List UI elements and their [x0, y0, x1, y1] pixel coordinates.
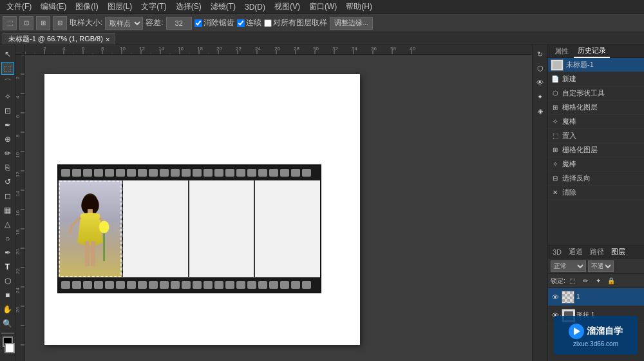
- history-item-wand1[interactable]: ✧ 魔棒: [548, 115, 644, 129]
- tool-icon-4[interactable]: ⊟: [53, 16, 67, 30]
- shape-tool[interactable]: ■: [1, 289, 14, 302]
- svg-text:12: 12: [139, 46, 145, 52]
- history-item-inverse[interactable]: ⊟ 选择反向: [548, 171, 644, 186]
- menu-view[interactable]: 视图(V): [270, 0, 304, 14]
- contiguous-checkbox[interactable]: [237, 19, 245, 27]
- perf-hole: [83, 281, 92, 289]
- history-item-place[interactable]: ⬚ 置入: [548, 129, 644, 143]
- tab-close[interactable]: ×: [106, 35, 109, 43]
- lock-paint-icon[interactable]: ✏: [580, 276, 591, 286]
- lock-move-icon[interactable]: ✦: [592, 276, 604, 286]
- heal-tool[interactable]: ⊕: [1, 133, 14, 146]
- perf-hole: [171, 169, 180, 177]
- perf-hole: [61, 281, 70, 289]
- gradient-tool[interactable]: ▦: [1, 204, 14, 217]
- svg-text:12: 12: [15, 171, 21, 177]
- menu-filter[interactable]: 滤镜(T): [207, 0, 240, 14]
- eraser-tool[interactable]: ◻: [1, 190, 14, 202]
- perf-hole: [182, 281, 191, 289]
- svg-rect-86: [85, 241, 90, 266]
- anti-alias-checkbox[interactable]: [194, 19, 202, 27]
- menu-layer[interactable]: 图层(L): [104, 0, 137, 14]
- history-item-clear[interactable]: ✕ 清除: [548, 186, 644, 200]
- clone-tool[interactable]: ⎘: [1, 161, 14, 174]
- menu-window[interactable]: 窗口(W): [305, 0, 341, 14]
- history-item-wand2[interactable]: ✧ 魔棒: [548, 157, 644, 171]
- tolerance-input[interactable]: [166, 17, 192, 30]
- lock-transparent-icon[interactable]: ⬚: [567, 276, 578, 286]
- blur-tool[interactable]: △: [1, 218, 14, 231]
- main-area: ↖ ⬚ ⌒ ✧ ⊡ ✒ ⊕ ✏ ⎘ ↺ ◻ ▦ △ ○ ✒ T ⬡ ■ ✋ 🔍: [0, 45, 644, 361]
- svg-text:18: 18: [15, 229, 21, 235]
- tab-channels[interactable]: 通道: [565, 246, 586, 258]
- pen-tool[interactable]: ✒: [1, 246, 14, 259]
- transform-btn[interactable]: ⬡: [534, 62, 547, 75]
- lasso-tool[interactable]: ⌒: [1, 76, 14, 89]
- history-item-raster1[interactable]: ⊞ 栅格化图层: [548, 101, 644, 115]
- perf-hole: [258, 281, 267, 289]
- move-tool[interactable]: ↖: [1, 48, 14, 61]
- layer-visibility-1[interactable]: 👁: [551, 293, 560, 301]
- color-btn[interactable]: ◈: [534, 104, 547, 117]
- tab-3d[interactable]: 3D: [549, 247, 565, 257]
- menu-edit[interactable]: 编辑(E): [37, 0, 70, 14]
- history-item-new[interactable]: 📄 新建: [548, 72, 644, 86]
- film-frames: [59, 180, 320, 278]
- tool-icon-2[interactable]: ⊡: [19, 16, 33, 30]
- eye-btn[interactable]: 👁: [534, 76, 547, 89]
- history-snapshot-item[interactable]: 未标题-1: [548, 58, 644, 72]
- tab-history[interactable]: 历史记录: [574, 44, 610, 58]
- menu-image[interactable]: 图像(I): [71, 0, 102, 14]
- svg-text:20: 20: [15, 249, 21, 255]
- type-tool[interactable]: T: [1, 260, 14, 273]
- dodge-tool[interactable]: ○: [1, 232, 14, 245]
- document-tab[interactable]: 未标题-1 @ 66.7% (1, RGB/8) ×: [3, 33, 115, 44]
- perf-hole: [269, 169, 278, 177]
- menu-help[interactable]: 帮助(H): [342, 0, 376, 14]
- svg-text:10: 10: [120, 46, 126, 52]
- girl-photo: [59, 180, 122, 277]
- tab-paths[interactable]: 路径: [587, 246, 607, 258]
- svg-text:32: 32: [332, 46, 338, 52]
- tolerance-label: 容差:: [146, 17, 163, 28]
- menu-file[interactable]: 文件(F): [3, 0, 35, 14]
- wand-tool[interactable]: ✧: [1, 90, 14, 103]
- layer-name-1: 1: [576, 293, 580, 300]
- menu-type[interactable]: 文字(T): [137, 0, 170, 14]
- zoom-tool[interactable]: 🔍: [1, 317, 14, 330]
- tool-icon-1[interactable]: ⬚: [3, 16, 17, 30]
- opacity-select[interactable]: 不透明: [588, 260, 614, 272]
- perf-hole: [72, 169, 81, 177]
- tool-icon-3[interactable]: ⊞: [36, 16, 50, 30]
- background-color[interactable]: [5, 343, 15, 353]
- canvas-viewport: [25, 55, 532, 361]
- rotate-tool-btn[interactable]: ↻: [534, 48, 547, 61]
- lock-all-icon[interactable]: 🔒: [605, 276, 617, 286]
- all-layers-checkbox[interactable]: [264, 19, 272, 27]
- layer-item-1[interactable]: 👁 1: [548, 288, 644, 306]
- settings-btn[interactable]: ✦: [534, 90, 547, 103]
- sample-size-select[interactable]: 取样点: [105, 17, 143, 30]
- perf-hole: [214, 169, 223, 177]
- history-clear-icon: ✕: [551, 188, 560, 197]
- tab-properties[interactable]: 属性: [551, 45, 573, 57]
- menu-3d[interactable]: 3D(D): [241, 1, 269, 13]
- svg-text:22: 22: [236, 46, 242, 52]
- history-item-raster2[interactable]: ⊞ 栅格化图层: [548, 143, 644, 157]
- hand-tool[interactable]: ✋: [1, 303, 14, 316]
- perf-hole: [149, 281, 158, 289]
- crop-tool[interactable]: ⊡: [1, 104, 14, 117]
- marquee-tool[interactable]: ⬚: [1, 62, 14, 75]
- blend-mode-select[interactable]: 正常: [551, 260, 586, 272]
- adjust-edge-button[interactable]: 调整边缘...: [330, 17, 373, 30]
- eyedropper-tool[interactable]: ✒: [1, 119, 14, 132]
- tab-layers[interactable]: 图层: [608, 246, 629, 258]
- perf-hole: [138, 281, 147, 289]
- history-item-shape[interactable]: ⬡ 自定形状工具: [548, 86, 644, 101]
- brush-tool[interactable]: ✏: [1, 147, 14, 160]
- path-tool[interactable]: ⬡: [1, 275, 14, 288]
- history-brush[interactable]: ↺: [1, 175, 14, 188]
- menu-select[interactable]: 选择(S): [172, 0, 205, 14]
- perf-hole: [280, 169, 289, 177]
- svg-text:30: 30: [313, 46, 319, 52]
